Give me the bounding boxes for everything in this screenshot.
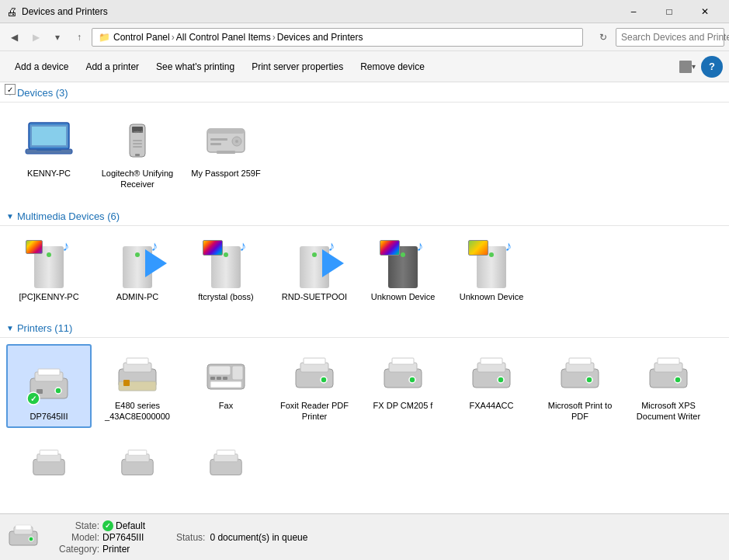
print-server-button[interactable]: Print server properties (243, 53, 352, 81)
printer-row2-2[interactable] (95, 437, 180, 499)
view-options-button[interactable]: ▾ (676, 56, 698, 78)
refresh-button[interactable]: ↻ (594, 28, 613, 47)
printers-grid: ✓ ✓ DP7645III (0, 338, 729, 438)
svg-rect-30 (127, 358, 148, 364)
printer-dp7645iii[interactable]: ✓ ✓ DP7645III (6, 344, 92, 429)
laptop-icon (24, 115, 74, 165)
device-admin-pc[interactable]: ♪ ADMIN-PC (95, 232, 180, 308)
svg-point-55 (586, 377, 592, 383)
title-bar: 🖨 Devices and Printers – □ ✕ (0, 0, 729, 23)
device-rnd[interactable]: ♪ RND-SUETPOOI (272, 232, 357, 308)
printer-fxa44[interactable]: FXA44ACC (449, 344, 534, 429)
maximize-button[interactable]: □ (651, 0, 687, 23)
svg-rect-16 (210, 138, 227, 141)
printer-fxdp[interactable]: FX DP CM205 f (360, 344, 446, 429)
default-icon: ✓ (102, 520, 113, 531)
printer-default-icon: ✓ (24, 361, 74, 411)
default-checkbox: ✓ (5, 84, 16, 95)
devices-grid: KENNY-PC Logitech Logitech® Unifying Rec… (0, 103, 729, 206)
svg-rect-68 (217, 450, 235, 456)
add-device-button[interactable]: Add a device (6, 53, 77, 81)
main-content: ▼ Devices (3) KENNY-PC (0, 82, 729, 513)
printer-row2-1[interactable] (6, 437, 92, 499)
printer-row2-3[interactable] (183, 437, 269, 499)
mspdf-label: Microsoft Print to PDF (542, 400, 618, 423)
forward-button[interactable]: ▶ (26, 28, 45, 47)
category-label: Category: (47, 544, 99, 555)
svg-rect-11 (133, 143, 142, 144)
back-button[interactable]: ◀ (5, 28, 23, 47)
xps-label: Microsoft XPS Document Writer (630, 400, 706, 423)
unknown-2-label: Unknown Device (460, 291, 524, 302)
printers-grid-row2 (0, 437, 729, 509)
receiver-icon: Logitech (113, 115, 162, 165)
printer-r2b-icon (116, 443, 158, 485)
svg-rect-38 (232, 366, 243, 380)
multimedia-section-header[interactable]: ▼ Multimedia Devices (6) (0, 206, 729, 226)
svg-rect-71 (16, 525, 31, 530)
category-value: Printer (102, 544, 130, 555)
svg-rect-35 (210, 377, 215, 380)
device-passport[interactable]: My Passport 259F (183, 109, 269, 197)
search-input[interactable] (621, 32, 729, 43)
device-kenny-pc[interactable]: KENNY-PC (6, 109, 92, 197)
printer-fax-icon (201, 350, 251, 400)
device-pc-kenny[interactable]: ♪ [PC]KENNY-PC (6, 232, 92, 308)
svg-rect-23 (38, 369, 60, 375)
device-unknown-2[interactable]: ♪ Unknown Device (449, 232, 534, 308)
fxa44-label: FXA44ACC (470, 400, 514, 411)
see-printing-button[interactable]: See what's printing (148, 53, 243, 81)
devices-section-header[interactable]: ▼ Devices (3) (0, 82, 729, 103)
printers-chevron: ▼ (6, 324, 14, 332)
address-path[interactable]: 📁 Control Panel › All Control Panel Item… (92, 28, 583, 47)
search-box[interactable]: 🔍 (616, 28, 724, 47)
pc-kenny-label: [PC]KENNY-PC (19, 291, 78, 302)
window-title: Devices and Printers (22, 6, 108, 17)
svg-rect-36 (217, 377, 221, 380)
address-bar: ◀ ▶ ▾ ↑ 📁 Control Panel › All Control Pa… (0, 23, 729, 51)
status-bar: State: ✓ Default Model: DP7645III Catego… (0, 513, 729, 560)
printer-xps[interactable]: Microsoft XPS Document Writer (626, 344, 711, 429)
svg-rect-13 (135, 154, 140, 156)
remove-device-button[interactable]: Remove device (352, 53, 433, 81)
device-logitech[interactable]: Logitech Logitech® Unifying Receiver (95, 109, 180, 197)
help-button[interactable]: ? (701, 56, 723, 78)
status-state-row: State: ✓ Default (47, 520, 145, 531)
status-category-row: Category: Printer (47, 544, 145, 555)
model-value: DP7645III (102, 532, 144, 543)
svg-point-59 (675, 377, 681, 383)
printer-ms-pdf[interactable]: Microsoft Print to PDF (537, 344, 623, 429)
model-label: Model: (47, 532, 99, 543)
status-details: State: ✓ Default Model: DP7645III Catego… (47, 520, 145, 555)
printer-e480-icon (113, 350, 162, 400)
foxit-label: Foxit Reader PDF Printer (276, 400, 352, 423)
svg-point-43 (321, 377, 327, 383)
svg-rect-37 (223, 377, 227, 380)
admin-pc-label: ADMIN-PC (116, 291, 158, 302)
printers-section-header[interactable]: ▼ Printers (11) (0, 318, 729, 338)
printer-foxit[interactable]: Foxit Reader PDF Printer (272, 344, 357, 429)
dropdown-button[interactable]: ▾ (48, 28, 67, 47)
state-value: Default (116, 520, 145, 531)
add-printer-button[interactable]: Add a printer (77, 53, 148, 81)
printers-label: Printers (11) (17, 322, 73, 334)
up-button[interactable]: ↑ (70, 28, 89, 47)
svg-rect-12 (133, 146, 142, 148)
device-unknown-1[interactable]: ♪ Unknown Device (360, 232, 446, 308)
svg-rect-65 (128, 450, 147, 456)
minimize-button[interactable]: – (616, 0, 651, 23)
printer-fax[interactable]: Fax (183, 344, 269, 429)
svg-text:Logitech: Logitech (131, 130, 143, 134)
multimedia-grid: ♪ [PC]KENNY-PC ♪ ADMIN-PC (0, 226, 729, 318)
printer-mspdf-icon (555, 350, 605, 400)
printer-e480[interactable]: E480 series _43AC8E000000 (95, 344, 180, 429)
printer-fxa44-icon (467, 350, 516, 400)
svg-point-47 (409, 377, 415, 383)
printer-fxdp-icon (378, 350, 428, 400)
svg-point-72 (29, 537, 33, 541)
svg-rect-34 (209, 366, 231, 375)
close-button[interactable]: ✕ (687, 0, 723, 23)
folder-icon: 📁 (99, 32, 110, 43)
device-ftcrystal[interactable]: ♪ ftcrystal (boss) (183, 232, 269, 308)
svg-rect-62 (40, 450, 58, 456)
